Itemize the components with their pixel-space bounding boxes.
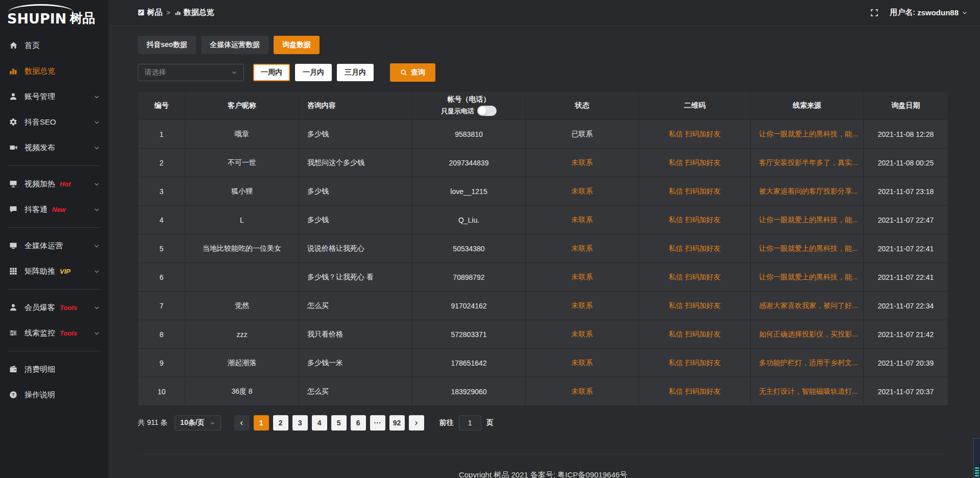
cell-date: 2021-11-07 22:41 [864,234,948,263]
period-button-0[interactable]: 一周内 [253,64,290,81]
cell-source[interactable]: 让你一眼就爱上的黑科技，能... [751,120,864,149]
cell-content: 我想问这个多少钱 [299,149,412,177]
wallet-icon [8,365,18,374]
fullscreen-icon[interactable] [870,9,878,17]
page-button-3[interactable]: 3 [292,415,308,431]
home-icon [8,41,18,50]
main-area: 树品 > 数据总览 用户名: zswodun88 [108,0,980,478]
chevron-down-icon [93,206,100,213]
cell-qrcode[interactable]: 私信 扫码加好友 [639,177,751,206]
page-button-2[interactable]: 2 [273,415,288,431]
next-page-button[interactable] [409,415,424,431]
page-button-92[interactable]: 92 [389,415,405,431]
page-button-1[interactable]: 1 [254,415,269,431]
cell-qrcode[interactable]: 私信 扫码加好友 [639,149,751,177]
sidebar-item-data-overview[interactable]: 数据总览 [0,58,108,84]
sidebar-item-video-publish[interactable]: 视频发布 [0,135,108,160]
page-size-select[interactable]: 10条/页 [175,415,220,431]
sidebar-item-douketong[interactable]: 抖客通New [0,197,108,222]
breadcrumb-home[interactable]: 树品 [138,8,162,17]
cell-account: 178651642 [412,349,526,377]
cell-nickname: 觉然 [185,292,299,320]
page-button-4[interactable]: 4 [312,415,327,431]
cell-qrcode[interactable]: 私信 扫码加好友 [639,263,751,292]
tab-omni-media-data[interactable]: 全媒体运营数据 [201,36,268,54]
cell-source[interactable]: 多功能护栏灯，适用于乡村文... [751,349,864,377]
cell-source[interactable]: 客厅安装投影半年多了，真实... [751,149,864,177]
tab-inquiry-data[interactable]: 询盘数据 [274,36,320,54]
column-header-5: 二维码 [639,91,751,120]
cell-status: 未联系 [526,349,639,377]
cell-source[interactable]: 如何正确选择投影仪，买投影... [751,320,864,349]
page-button-5[interactable]: 5 [331,415,347,431]
sidebar-divider [7,289,101,290]
chevron-down-icon [93,243,100,249]
cell-qrcode[interactable]: 私信 扫码加好友 [639,377,751,406]
total-count: 共 911 条 [138,418,167,427]
cell-account: 183929060 [412,377,526,406]
page-ellipsis-button[interactable]: ··· [370,415,385,431]
sidebar-item-account-management[interactable]: 账号管理 [0,84,108,109]
sidebar-item-clue-monitor[interactable]: 线索监控Tools [0,320,108,346]
breadcrumb-current[interactable]: 数据总览 [175,8,214,17]
cell-account: 2097344839 [412,149,526,177]
sidebar-item-badge: Tools [60,329,77,337]
period-button-1[interactable]: 一月内 [295,64,332,81]
chevron-down-icon [93,330,100,337]
sidebar-item-matrix-boost[interactable]: 矩阵助推VIP [0,258,108,284]
cell-source[interactable]: 无主灯设计，智能磁吸轨道灯... [751,377,864,406]
select-placeholder: 请选择 [144,68,166,77]
cell-status: 未联系 [526,149,639,177]
topbar: 树品 > 数据总览 用户名: zswodun88 [108,0,980,26]
chevron-down-icon [93,268,100,275]
user-menu[interactable]: 用户名: zswodun88 [890,8,968,17]
cell-id: 10 [138,377,185,406]
cell-source[interactable]: 让你一眼就爱上的黑科技，能... [751,263,864,292]
breadcrumb-separator: > [166,9,170,16]
cell-source[interactable]: 让你一眼就爱上的黑科技，能... [751,206,864,234]
sidebar-item-operation-guide[interactable]: ?操作说明 [0,382,108,408]
cell-status: 未联系 [526,206,639,234]
chevron-down-icon [210,420,215,426]
page-size-value: 10条/页 [180,418,204,427]
footer: Copyright 树品 2021 备案号: 粤ICP备09019646号 [138,454,948,478]
table-body: 1哦章多少钱9583810已联系私信 扫码加好友让你一眼就爱上的黑科技，能...… [138,120,948,406]
cell-nickname: 哦章 [185,120,299,149]
cell-content: 多少钱 [299,206,412,234]
cell-qrcode[interactable]: 私信 扫码加好友 [639,292,751,320]
goto-page-input[interactable] [459,415,481,431]
cell-account: 50534380 [412,234,526,263]
sidebar-item-label: 消费明细 [24,365,55,374]
query-button[interactable]: 查询 [390,63,435,82]
sidebar-item-member-baoke[interactable]: 会员爆客Tools [0,295,108,320]
tab-douyin-seo-data[interactable]: 抖音seo数据 [138,36,196,54]
cell-source[interactable]: 让你一眼就爱上的黑科技，能... [751,234,864,263]
page-button-6[interactable]: 6 [351,415,366,431]
cell-qrcode[interactable]: 私信 扫码加好友 [639,234,751,263]
period-button-2[interactable]: 三月内 [337,64,374,81]
cell-qrcode[interactable]: 私信 扫码加好友 [639,349,751,377]
cell-account: 9583810 [412,120,526,149]
cell-id: 9 [138,349,185,377]
prev-page-button[interactable] [234,415,250,431]
cell-qrcode[interactable]: 私信 扫码加好友 [639,120,751,149]
cell-id: 4 [138,206,185,234]
cell-qrcode[interactable]: 私信 扫码加好友 [639,320,751,349]
filter-bar: 请选择 一周内一月内三月内 查询 [138,63,948,82]
cell-source[interactable]: 感谢大家喜欢我家，被问了好... [751,292,864,320]
cell-id: 1 [138,120,185,149]
table-row: 6多少钱？让我死心 看70898792未联系私信 扫码加好友让你一眼就爱上的黑科… [138,263,948,292]
cell-qrcode[interactable]: 私信 扫码加好友 [639,206,751,234]
sidebar-item-consumption-detail[interactable]: 消费明细 [0,356,108,382]
sidebar-item-douyin-seo[interactable]: 抖音SEO [0,109,108,135]
cell-source[interactable]: 被大家追着问的客厅投影分享... [751,177,864,206]
sidebar-item-video-heat[interactable]: 视频加热Hot [0,171,108,197]
sidebar-item-omni-media[interactable]: 全媒体运营 [0,233,108,258]
sidebar-item-label: 视频发布 [24,143,55,153]
member-icon [8,303,18,312]
account-select[interactable]: 请选择 [138,64,244,81]
video-icon [8,143,18,152]
sidebar-item-home[interactable]: 首页 [0,33,108,58]
phone-only-toggle[interactable] [477,106,497,116]
sidebar-divider [7,227,101,228]
